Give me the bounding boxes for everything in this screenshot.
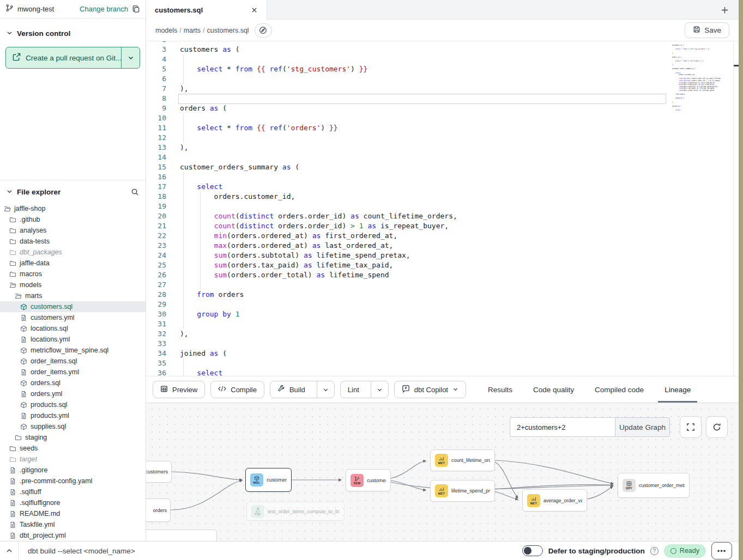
file-tree-item-staging[interactable]: staging	[0, 432, 146, 443]
panel-tab-code-quality[interactable]: Code quality	[533, 376, 574, 403]
build-dropdown-caret[interactable]	[317, 381, 334, 398]
help-icon[interactable]: ?	[650, 547, 659, 555]
file-tree-item-taskfile-yml[interactable]: Taskfile.yml	[0, 519, 146, 530]
met-badge-icon: MET	[435, 484, 448, 497]
file-tree-item-macros[interactable]: macros	[0, 269, 146, 279]
line-number: 16	[146, 172, 166, 182]
lineage-node-customers_mdl[interactable]: MDLcustomers	[245, 468, 292, 492]
file-tree-item-seeds[interactable]: seeds	[0, 443, 146, 454]
file-tree-item--sqlfluff[interactable]: .sqlfluff	[0, 486, 146, 497]
lint-button[interactable]: Lint	[341, 381, 366, 398]
close-icon[interactable]	[251, 7, 258, 14]
file-tree-item-dbt-packages[interactable]: dbt_packages	[0, 247, 146, 258]
panel-tab-compiled-code[interactable]: Compiled code	[595, 376, 644, 403]
file-tree-item-analyses[interactable]: analyses	[0, 225, 146, 236]
file-tree-item-locations-yml[interactable]: locations.yml	[0, 334, 146, 345]
lineage-selector-input[interactable]	[510, 417, 615, 437]
file-tree-item-jaffle-data[interactable]: jaffle-data	[0, 258, 146, 269]
search-icon[interactable]	[131, 188, 139, 196]
lineage-node-label: customer_order_metrics	[639, 483, 685, 488]
file-tree-item-customers-sql[interactable]: customers.sql	[0, 301, 146, 312]
file-tree-item--gitignore[interactable]: .gitignore	[0, 465, 146, 476]
preview-button[interactable]: Preview	[153, 381, 205, 398]
file-tree-item-products-sql[interactable]: products.sql	[0, 399, 146, 410]
file-tree-label: data-tests	[20, 238, 50, 245]
version-control-section: Version control Create a pull request on…	[0, 19, 146, 69]
chevron-down-icon[interactable]	[7, 29, 13, 38]
chevron-down-icon[interactable]	[7, 188, 13, 196]
ready-status-badge[interactable]: Ready	[664, 544, 706, 558]
file-tree-label: marts	[25, 292, 42, 300]
indent-guide	[200, 280, 201, 290]
update-graph-button[interactable]: Update Graph	[615, 417, 670, 437]
defer-toggle[interactable]	[522, 545, 543, 556]
line-number: 18	[146, 192, 166, 202]
lineage-node-test_node[interactable]: TSTtest_order_items_compute_to_bools...	[246, 502, 345, 521]
file-tree-item-supplies-sql[interactable]: supplies.sql	[0, 421, 146, 432]
code-line-5: 5 select * from {{ ref('stg_customers') …	[146, 64, 739, 74]
code-editor[interactable]: 23customers as (45 select * from {{ ref(…	[146, 41, 739, 376]
file-tree-label: supplies.sql	[31, 423, 66, 430]
file-tree-item--sqlfluffignore[interactable]: .sqlfluffignore	[0, 497, 146, 508]
breadcrumb-segment[interactable]: marts	[184, 27, 201, 34]
file-tree-item--github[interactable]: .github	[0, 214, 146, 225]
file-tree-item-products-yml[interactable]: products.yml	[0, 410, 146, 421]
file-tree-item-orders-yml[interactable]: orders.yml	[0, 388, 146, 399]
lineage-node-customer_order_metrics[interactable]: QRYcustomer_order_metrics	[618, 473, 690, 498]
folder-icon	[9, 227, 16, 234]
line-number: 6	[146, 74, 166, 84]
copy-icon[interactable]	[132, 5, 140, 13]
panel-tab-results[interactable]: Results	[488, 376, 512, 403]
lineage-node-average_order_value[interactable]: METaverage_order_value	[522, 489, 587, 512]
dbt-copilot-button[interactable]: dbt Copilot	[394, 381, 466, 398]
lineage-node-customers_sem[interactable]: SEMcustomers	[346, 469, 391, 491]
file-tree-item-jaffle-shop[interactable]: jaffle-shop	[0, 203, 146, 214]
refresh-button[interactable]	[706, 416, 728, 438]
lineage-node-label: average_order_value	[543, 498, 582, 503]
file-tree-item-target[interactable]: target	[0, 454, 146, 465]
lineage-node-stg_customers[interactable]: stg_customers	[146, 461, 172, 483]
fullscreen-button[interactable]	[680, 416, 702, 438]
editor-scrollbar[interactable]	[733, 41, 739, 376]
file-tree-item-order-items-sql[interactable]: order_items.sql	[0, 356, 146, 367]
line-number: 14	[146, 153, 166, 162]
breadcrumb-segment[interactable]: customers.sql	[207, 27, 249, 34]
new-tab-button[interactable]	[718, 3, 731, 16]
compile-button[interactable]: Compile	[210, 381, 264, 398]
more-options-button[interactable]: •••	[711, 542, 732, 559]
copilot-dropdown-caret[interactable]	[452, 386, 458, 394]
lint-dropdown-caret[interactable]	[371, 381, 388, 398]
pr-dropdown-caret[interactable]	[121, 47, 140, 68]
save-button[interactable]: Save	[685, 22, 729, 38]
file-tree-item-dbt-project-yml[interactable]: dbt_project.yml	[0, 530, 146, 541]
line-number: 35	[146, 358, 166, 368]
file-tree-item-customers-yml[interactable]: customers.yml	[0, 312, 146, 323]
create-pr-button[interactable]: Create a pull request on Git...	[5, 47, 140, 69]
dbt-command-text[interactable]: dbt build --select <model_name>	[28, 547, 135, 555]
file-tree-item-metricflow-time-spine-sql[interactable]: metricflow_time_spine.sql	[0, 345, 146, 356]
compass-icon-button[interactable]	[255, 23, 272, 38]
file-tree-item-order-items-yml[interactable]: order_items.yml	[0, 367, 146, 378]
panel-tab-lineage[interactable]: Lineage	[665, 376, 691, 403]
status-bar: dbt build --select <model_name> Defer to…	[0, 541, 739, 560]
collapse-panel-button[interactable]	[0, 541, 19, 560]
file-tree-item--pre-commit-config-yaml[interactable]: .pre-commit-config.yaml	[0, 476, 146, 486]
lineage-node-orders[interactable]: orders	[146, 498, 171, 522]
doc-icon	[9, 500, 16, 507]
lineage-node-lifetime_spend_pretax[interactable]: METlifetime_spend_pretax	[430, 480, 495, 502]
tab-customers-sql[interactable]: customers.sql	[146, 0, 267, 20]
lineage-node-partial_bottom[interactable]	[146, 529, 217, 541]
folder-icon	[9, 456, 16, 463]
file-tree-item-models[interactable]: models	[0, 279, 146, 290]
file-tree-item-orders-sql[interactable]: orders.sql	[0, 378, 146, 388]
lineage-node-count_lifetime_orders[interactable]: METcount_lifetime_orders	[430, 449, 495, 471]
file-tree-item-marts[interactable]: marts	[0, 290, 146, 301]
file-tree-item-data-tests[interactable]: data-tests	[0, 236, 146, 247]
line-number: 11	[146, 123, 166, 133]
folder-icon	[9, 271, 16, 278]
build-button[interactable]: Build	[270, 381, 312, 398]
change-branch-link[interactable]: Change branch	[80, 5, 128, 13]
breadcrumb-segment[interactable]: models	[155, 27, 177, 34]
file-tree-item-readme-md[interactable]: README.md	[0, 508, 146, 519]
file-tree-item-locations-sql[interactable]: locations.sql	[0, 323, 146, 334]
